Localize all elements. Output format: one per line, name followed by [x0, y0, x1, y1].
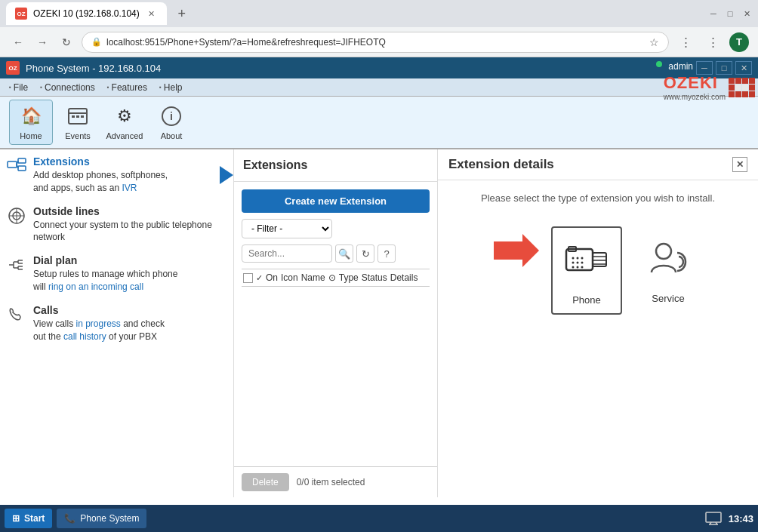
home-label: Home — [20, 131, 42, 140]
address-bar[interactable]: 🔒 localhost:9515/Phone+System/?a=Home&re… — [82, 32, 669, 53]
home-icon: 🏠 — [19, 104, 43, 128]
svg-line-11 — [17, 165, 18, 168]
details-body: Please select the type of extension you … — [438, 180, 758, 497]
browser-maximize-btn[interactable]: □ — [725, 8, 735, 19]
browser-window-controls: ─ □ ✕ — [708, 8, 752, 19]
extensions-list — [242, 293, 430, 459]
menu-file[interactable]: File — [3, 81, 34, 94]
ext-type-service[interactable]: Service — [634, 226, 702, 312]
taskbar-right: 13:43 — [704, 511, 753, 526]
tab-favicon: OZ — [15, 8, 27, 20]
details-close-btn[interactable]: ✕ — [732, 157, 747, 172]
svg-rect-8 — [18, 158, 26, 163]
sidebar-item-calls[interactable]: Calls View calls in progress and checkou… — [6, 304, 227, 343]
dial-plan-icon — [6, 254, 27, 275]
svg-point-35 — [572, 266, 574, 268]
phone-type-icon — [560, 235, 613, 288]
extensions-btn[interactable]: ⋮ — [675, 32, 696, 53]
tab-close-btn[interactable]: ✕ — [146, 8, 158, 20]
app-titlebar: OZ Phone System - 192.168.0.104 admin ─ … — [0, 57, 758, 78]
extensions-panel: Extensions Create new Extension - Filter… — [234, 149, 438, 497]
svg-marker-26 — [494, 234, 539, 267]
sidebar-wrapper-extensions: Extensions Add desktop phones, softphone… — [6, 155, 227, 195]
browser-close-btn[interactable]: ✕ — [741, 8, 752, 19]
extensions-footer: Delete 0/0 item selected — [234, 466, 437, 497]
calls-title: Calls — [33, 304, 165, 316]
toolbar-about-btn[interactable]: i About — [149, 100, 193, 145]
svg-point-32 — [572, 261, 574, 263]
extension-types: Phone Ser — [450, 219, 746, 315]
browser-tab[interactable]: OZ OZEKI 10 (192.168.0.104) ✕ — [6, 2, 167, 25]
browser-minimize-btn[interactable]: ─ — [708, 8, 719, 19]
app-title: Phone System - 192.168.0.104 — [26, 63, 161, 74]
start-label: Start — [24, 513, 45, 524]
sidebar-item-outside-lines[interactable]: Outside lines Connect your system to the… — [6, 205, 227, 244]
bookmark-icon[interactable]: ☆ — [649, 36, 659, 48]
browser-actions: ⋮ ⋮ T — [675, 32, 749, 53]
search-row: 🔍 ↻ ? — [242, 244, 430, 263]
svg-point-37 — [581, 266, 583, 268]
refresh-btn[interactable]: ↻ — [356, 244, 374, 263]
table-header: ✓ On Icon Name ⊙ Type Status Details — [242, 269, 430, 287]
col-icon: Icon — [281, 272, 298, 283]
svg-text:i: i — [170, 110, 173, 122]
details-panel: Extension details ✕ Please select the ty… — [438, 149, 758, 497]
col-on: On — [266, 272, 278, 283]
create-extension-btn[interactable]: Create new Extension — [242, 189, 430, 213]
toolbar: 🏠 Home Events ⚙ Advanced i About — [0, 97, 758, 149]
col-sort: ⊙ — [328, 272, 336, 283]
lock-icon: 🔒 — [91, 37, 102, 47]
sidebar-item-dial-plan[interactable]: Dial plan Setup rules to manage which ph… — [6, 254, 227, 294]
start-btn[interactable]: ⊞ Start — [5, 509, 52, 528]
filter-select[interactable]: - Filter - — [242, 219, 332, 238]
menu-btn[interactable]: ⋮ — [702, 32, 723, 53]
url-text: localhost:9515/Phone+System/?a=Home&refr… — [106, 37, 386, 48]
search-btn[interactable]: 🔍 — [335, 244, 353, 263]
taskbar-clock: 13:43 — [729, 513, 753, 524]
new-tab-btn[interactable]: + — [171, 3, 193, 24]
menu-connections[interactable]: Connections — [34, 81, 101, 94]
extensions-sidebar-icon — [6, 155, 27, 177]
menu-help[interactable]: Help — [153, 81, 189, 94]
sidebar: Extensions Add desktop phones, softphone… — [0, 149, 234, 497]
taskbar: ⊞ Start 📞 Phone System 13:43 — [0, 505, 758, 532]
help-btn[interactable]: ? — [377, 244, 396, 263]
sidebar-item-extensions[interactable]: Extensions Add desktop phones, softphone… — [6, 155, 227, 195]
nav-back-btn[interactable]: ← — [9, 33, 27, 51]
ext-type-phone[interactable]: Phone — [551, 226, 622, 315]
details-subtitle: Please select the type of extension you … — [450, 192, 746, 204]
col-type: Type — [339, 272, 359, 283]
delete-btn[interactable]: Delete — [242, 473, 289, 491]
taskbar-item-icon: 📞 — [64, 513, 75, 524]
menubar: File Connections Features Help OZEKI www… — [0, 78, 758, 97]
app-favicon: OZ — [6, 61, 20, 75]
advanced-label: Advanced — [106, 131, 143, 140]
toolbar-home-btn[interactable]: 🏠 Home — [9, 100, 53, 145]
browser-addressbar: ← → ↻ 🔒 localhost:9515/Phone+System/?a=H… — [0, 27, 758, 57]
svg-point-30 — [576, 257, 578, 259]
ozeki-logo-grid — [729, 78, 755, 97]
outside-lines-title: Outside lines — [33, 205, 227, 217]
select-all-checkbox[interactable] — [243, 273, 253, 283]
service-type-icon — [642, 234, 695, 287]
dial-plan-desc: Setup rules to manage which phonewill ri… — [33, 268, 177, 294]
svg-rect-27 — [566, 249, 593, 270]
outside-lines-icon — [6, 205, 27, 226]
search-input[interactable] — [242, 244, 332, 263]
svg-rect-3 — [76, 115, 79, 118]
profile-btn[interactable]: T — [729, 32, 749, 52]
toolbar-events-btn[interactable]: Events — [56, 100, 100, 145]
main-area: Extensions Add desktop phones, softphone… — [0, 149, 758, 497]
svg-point-42 — [656, 244, 671, 259]
menu-features[interactable]: Features — [101, 81, 153, 94]
svg-point-31 — [581, 257, 583, 259]
taskbar-phone-system[interactable]: 📞 Phone System — [57, 509, 146, 528]
nav-refresh-btn[interactable]: ↻ — [57, 33, 75, 51]
item-selected-text: 0/0 item selected — [297, 477, 365, 487]
ozeki-sub-text: www.myozeki.com — [664, 93, 726, 101]
dial-plan-title: Dial plan — [33, 254, 177, 266]
toolbar-advanced-btn[interactable]: ⚙ Advanced — [103, 100, 146, 145]
nav-forward-btn[interactable]: → — [33, 33, 51, 51]
monitor-icon — [704, 511, 723, 526]
ozeki-brand-text: OZEKI — [664, 73, 726, 93]
